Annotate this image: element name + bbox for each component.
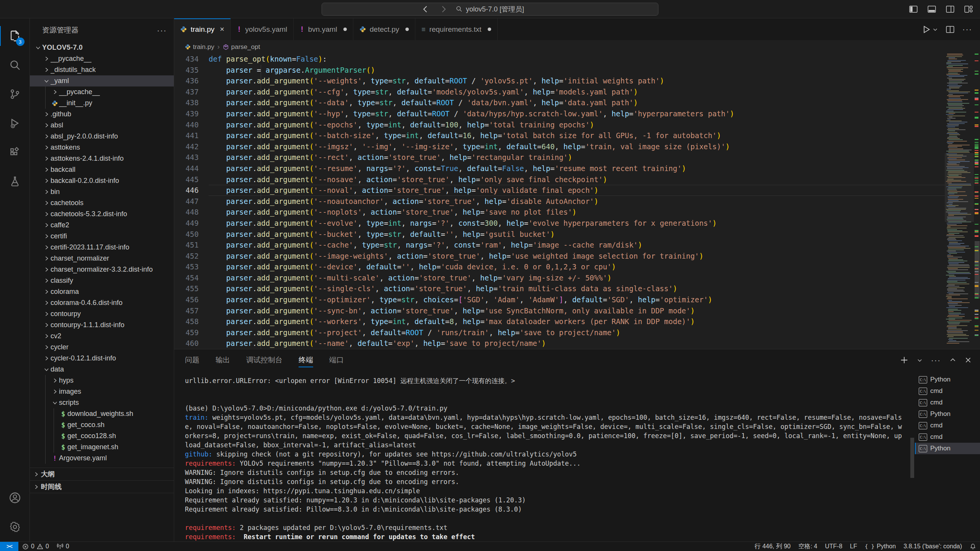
tree-item[interactable]: absl (30, 120, 174, 131)
maximize-panel-icon[interactable] (949, 357, 956, 364)
status-interpreter[interactable]: 3.8.15 ('base': conda) (900, 542, 966, 551)
editor-more-actions-icon[interactable]: ··· (962, 25, 972, 34)
settings-icon[interactable] (0, 512, 30, 541)
tree-item[interactable]: $download_weights.sh (30, 408, 174, 419)
toggle-secondary-sidebar-icon[interactable] (946, 5, 955, 14)
tree-item[interactable]: __init__.py (30, 98, 174, 109)
tree-item[interactable]: cachetools (30, 197, 174, 209)
tab-yolov5s.yaml[interactable]: !yolov5s.yaml (231, 18, 294, 40)
status-indent[interactable]: 空格: 4 (794, 542, 821, 551)
code-editor[interactable]: 4344354364374384394404414424434444454464… (174, 54, 980, 349)
panel-tab-终端[interactable]: 终端 (299, 349, 313, 371)
explorer-icon[interactable]: 3 (0, 21, 30, 51)
tab-bvn.yaml[interactable]: !bvn.yaml (294, 18, 353, 40)
tree-item[interactable]: .github (30, 109, 174, 120)
run-debug-icon[interactable] (0, 109, 30, 138)
terminal-instance-cmd[interactable]: cmd (915, 420, 980, 431)
terminal-instance-Python[interactable]: Python (915, 408, 980, 420)
tree-item[interactable]: data (30, 364, 174, 375)
panel-more-actions-icon[interactable]: ··· (931, 356, 941, 365)
tree-item[interactable]: contourpy-1.1.1.dist-info (30, 320, 174, 331)
tree-item[interactable]: !Argoverse.yaml (30, 453, 174, 464)
tree-item[interactable]: __pycache__ (30, 86, 174, 98)
tab-requirements.txt[interactable]: ≡requirements.txt (415, 18, 498, 40)
tree-item[interactable]: __pycache__ (30, 53, 174, 64)
tree-item[interactable]: cycler (30, 342, 174, 353)
remote-indicator[interactable]: >< (0, 542, 18, 551)
tree-item[interactable]: colorama (30, 286, 174, 297)
customize-layout-icon[interactable] (964, 5, 973, 14)
breadcrumb-item[interactable]: parse_opt (223, 43, 260, 51)
terminal-line: WARNING: Ignore distutils configs in set… (185, 477, 906, 486)
breadcrumb-item[interactable]: train.py (185, 43, 214, 51)
testing-icon[interactable] (0, 167, 30, 196)
ports-status[interactable]: 0 (53, 542, 73, 551)
tree-item[interactable]: images (30, 386, 174, 397)
back-icon[interactable] (421, 5, 430, 13)
terminal-instance-cmd[interactable]: cmd (915, 385, 980, 397)
tree-item[interactable]: certifi-2023.11.17.dist-info (30, 242, 174, 253)
terminal-instance-Python[interactable]: Python (915, 374, 980, 385)
sidebar-section-大纲[interactable]: 大纲 (30, 468, 174, 481)
tree-item[interactable]: hyps (30, 375, 174, 386)
extensions-icon[interactable] (0, 138, 30, 167)
tree-item[interactable]: caffe2 (30, 220, 174, 231)
tree-item[interactable]: colorama-0.4.6.dist-info (30, 297, 174, 308)
terminal-instance-cmd[interactable]: cmd (915, 431, 980, 443)
tree-item[interactable]: _yaml (30, 75, 174, 86)
problems-status[interactable]: 0 0 (18, 542, 53, 551)
source-control-icon[interactable] (0, 80, 30, 109)
sidebar-section-时间线[interactable]: 时间线 (30, 481, 174, 493)
tree-item[interactable]: backcall (30, 164, 174, 175)
panel-tab-问题[interactable]: 问题 (185, 349, 199, 371)
status-encoding[interactable]: UTF-8 (821, 542, 846, 551)
status-cursor[interactable]: 行 446, 列 90 (751, 542, 794, 551)
close-tab-icon[interactable]: × (220, 25, 224, 34)
forward-icon[interactable] (439, 5, 448, 13)
panel-tab-调试控制台[interactable]: 调试控制台 (246, 349, 283, 371)
tree-item[interactable]: asttokens (30, 142, 174, 153)
explorer-more-actions-icon[interactable]: ··· (157, 26, 167, 35)
terminal-instance-Python[interactable]: Python (915, 443, 980, 454)
tree-item[interactable]: charset_normalizer (30, 253, 174, 264)
status-notifications[interactable] (966, 542, 980, 551)
tree-item[interactable]: cachetools-5.3.2.dist-info (30, 209, 174, 220)
toggle-sidebar-icon[interactable] (909, 5, 918, 14)
tree-item[interactable]: asttokens-2.4.1.dist-info (30, 153, 174, 164)
command-center-search[interactable]: yolov5-7.0 [管理员] (322, 3, 658, 16)
tab-detect.py[interactable]: detect.py (353, 18, 415, 40)
new-terminal-icon[interactable] (900, 356, 908, 364)
status-eol[interactable]: LF (846, 542, 861, 551)
tree-item[interactable]: absl_py-2.0.0.dist-info (30, 131, 174, 142)
tree-item[interactable]: cv2 (30, 331, 174, 342)
terminal-scrollbar[interactable] (910, 371, 915, 541)
tree-root-folder[interactable]: YOLOV5-7.0 (30, 42, 174, 53)
panel-tab-输出[interactable]: 输出 (216, 349, 230, 371)
tree-item[interactable]: $get_coco.sh (30, 419, 174, 430)
account-icon[interactable] (0, 483, 30, 512)
close-panel-icon[interactable] (965, 357, 972, 364)
tree-item[interactable]: certifi (30, 231, 174, 242)
run-python-file-button[interactable] (922, 25, 938, 34)
tree-item[interactable]: bin (30, 186, 174, 197)
status-language[interactable]: { }Python (861, 542, 900, 551)
tree-item[interactable]: backcall-0.2.0.dist-info (30, 175, 174, 186)
terminal-dropdown-icon[interactable] (917, 357, 923, 363)
split-editor-icon[interactable] (946, 25, 955, 34)
tree-item[interactable]: $get_imagenet.sh (30, 442, 174, 453)
tree-item[interactable]: $get_coco128.sh (30, 430, 174, 442)
terminal-instance-cmd[interactable]: cmd (915, 397, 980, 408)
tree-item[interactable]: cycler-0.12.1.dist-info (30, 353, 174, 364)
minimap[interactable] (945, 54, 974, 349)
tab-train.py[interactable]: train.py× (174, 18, 231, 40)
tree-item[interactable]: contourpy (30, 308, 174, 320)
tree-item[interactable]: _distutils_hack (30, 64, 174, 75)
panel-tab-端口[interactable]: 端口 (329, 349, 344, 371)
terminal-line (185, 385, 906, 395)
search-icon[interactable] (0, 51, 30, 80)
tree-item[interactable]: classify (30, 275, 174, 286)
toggle-panel-icon[interactable] (927, 5, 936, 14)
terminal-output[interactable]: urllib.error.URLError: <urlopen error [W… (174, 371, 910, 541)
tree-item[interactable]: charset_normalizer-3.3.2.dist-info (30, 264, 174, 275)
tree-item[interactable]: scripts (30, 397, 174, 408)
